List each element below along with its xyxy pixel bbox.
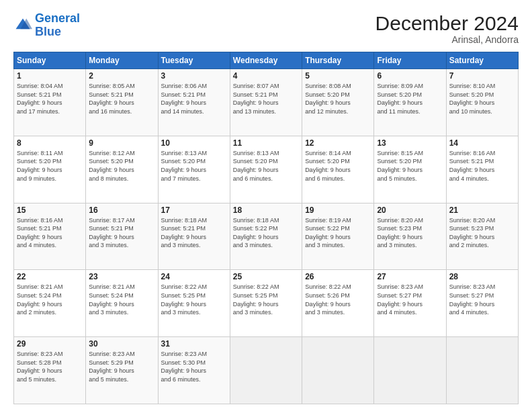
day-info: Sunrise: 8:23 AM Sunset: 5:30 PM Dayligh…	[161, 350, 227, 383]
day-info: Sunrise: 8:21 AM Sunset: 5:24 PM Dayligh…	[17, 283, 83, 316]
logo: General Blue	[13, 12, 80, 39]
calendar-week-5: 29Sunrise: 8:23 AM Sunset: 5:28 PM Dayli…	[14, 337, 519, 404]
logo-icon	[13, 16, 32, 35]
calendar-day: 6Sunrise: 8:09 AM Sunset: 5:20 PM Daylig…	[374, 69, 446, 136]
calendar-day: 25Sunrise: 8:22 AM Sunset: 5:25 PM Dayli…	[230, 270, 302, 337]
calendar-subtitle: Arinsal, Andorra	[375, 34, 519, 45]
col-thursday: Thursday	[302, 52, 374, 69]
calendar-day: 7Sunrise: 8:10 AM Sunset: 5:20 PM Daylig…	[446, 69, 518, 136]
day-number: 7	[449, 71, 515, 81]
calendar-day: 17Sunrise: 8:18 AM Sunset: 5:21 PM Dayli…	[158, 203, 230, 270]
calendar-day: 4Sunrise: 8:07 AM Sunset: 5:21 PM Daylig…	[230, 69, 302, 136]
calendar-week-4: 22Sunrise: 8:21 AM Sunset: 5:24 PM Dayli…	[14, 270, 519, 337]
calendar-day: 28Sunrise: 8:23 AM Sunset: 5:27 PM Dayli…	[446, 270, 518, 337]
day-info: Sunrise: 8:17 AM Sunset: 5:21 PM Dayligh…	[89, 216, 154, 250]
day-info: Sunrise: 8:09 AM Sunset: 5:20 PM Dayligh…	[377, 82, 443, 116]
calendar-day: 8Sunrise: 8:11 AM Sunset: 5:20 PM Daylig…	[14, 136, 86, 203]
day-info: Sunrise: 8:11 AM Sunset: 5:20 PM Dayligh…	[17, 149, 83, 183]
title-block: December 2024 Arinsal, Andorra	[375, 12, 519, 45]
calendar-day: 12Sunrise: 8:14 AM Sunset: 5:20 PM Dayli…	[302, 136, 374, 203]
day-info: Sunrise: 8:14 AM Sunset: 5:20 PM Dayligh…	[305, 149, 371, 183]
day-number: 8	[17, 138, 83, 148]
day-number: 23	[89, 272, 154, 281]
calendar-day: 15Sunrise: 8:16 AM Sunset: 5:21 PM Dayli…	[14, 203, 86, 270]
calendar-day: 13Sunrise: 8:15 AM Sunset: 5:20 PM Dayli…	[374, 136, 446, 203]
col-tuesday: Tuesday	[158, 52, 230, 69]
day-info: Sunrise: 8:20 AM Sunset: 5:23 PM Dayligh…	[377, 216, 443, 250]
calendar-week-2: 8Sunrise: 8:11 AM Sunset: 5:20 PM Daylig…	[14, 136, 519, 203]
day-info: Sunrise: 8:06 AM Sunset: 5:21 PM Dayligh…	[161, 82, 227, 116]
calendar-day: 27Sunrise: 8:23 AM Sunset: 5:27 PM Dayli…	[374, 270, 446, 337]
day-info: Sunrise: 8:22 AM Sunset: 5:25 PM Dayligh…	[233, 283, 299, 316]
day-number: 20	[377, 205, 443, 215]
calendar-day: 10Sunrise: 8:13 AM Sunset: 5:20 PM Dayli…	[158, 136, 230, 203]
day-number: 31	[161, 339, 227, 349]
calendar-day: 29Sunrise: 8:23 AM Sunset: 5:28 PM Dayli…	[14, 337, 86, 404]
calendar-day: 18Sunrise: 8:18 AM Sunset: 5:22 PM Dayli…	[230, 203, 302, 270]
day-info: Sunrise: 8:13 AM Sunset: 5:20 PM Dayligh…	[233, 149, 299, 183]
calendar-table: Sunday Monday Tuesday Wednesday Thursday…	[13, 52, 519, 404]
calendar-day: 22Sunrise: 8:21 AM Sunset: 5:24 PM Dayli…	[14, 270, 86, 337]
day-info: Sunrise: 8:23 AM Sunset: 5:28 PM Dayligh…	[17, 350, 83, 383]
day-info: Sunrise: 8:23 AM Sunset: 5:27 PM Dayligh…	[377, 283, 443, 316]
day-number: 19	[305, 205, 371, 215]
day-info: Sunrise: 8:13 AM Sunset: 5:20 PM Dayligh…	[161, 149, 227, 183]
day-info: Sunrise: 8:20 AM Sunset: 5:23 PM Dayligh…	[449, 216, 515, 250]
day-info: Sunrise: 8:22 AM Sunset: 5:26 PM Dayligh…	[305, 283, 371, 316]
calendar-day: 23Sunrise: 8:21 AM Sunset: 5:24 PM Dayli…	[86, 270, 158, 337]
day-number: 25	[233, 272, 299, 281]
calendar-day: 5Sunrise: 8:08 AM Sunset: 5:20 PM Daylig…	[302, 69, 374, 136]
calendar-day: 2Sunrise: 8:05 AM Sunset: 5:21 PM Daylig…	[86, 69, 158, 136]
col-sunday: Sunday	[14, 52, 86, 69]
calendar-day: 14Sunrise: 8:16 AM Sunset: 5:21 PM Dayli…	[446, 136, 518, 203]
day-info: Sunrise: 8:04 AM Sunset: 5:21 PM Dayligh…	[17, 82, 83, 116]
page: General Blue December 2024 Arinsal, Ando…	[0, 0, 532, 411]
col-saturday: Saturday	[446, 52, 518, 69]
day-number: 22	[17, 272, 83, 281]
day-number: 24	[161, 272, 227, 281]
day-number: 21	[449, 205, 515, 215]
day-info: Sunrise: 8:07 AM Sunset: 5:21 PM Dayligh…	[233, 82, 299, 116]
calendar-day: 26Sunrise: 8:22 AM Sunset: 5:26 PM Dayli…	[302, 270, 374, 337]
col-monday: Monday	[86, 52, 158, 69]
day-number: 3	[161, 71, 227, 81]
day-number: 10	[161, 138, 227, 148]
day-number: 14	[449, 138, 515, 148]
calendar-week-1: 1Sunrise: 8:04 AM Sunset: 5:21 PM Daylig…	[14, 69, 519, 136]
calendar-title: December 2024	[375, 12, 519, 34]
logo-general: General	[35, 11, 80, 25]
logo-text: General Blue	[35, 12, 80, 39]
day-number: 6	[377, 71, 443, 81]
logo-blue: Blue	[35, 25, 61, 38]
day-info: Sunrise: 8:18 AM Sunset: 5:22 PM Dayligh…	[233, 216, 299, 250]
calendar-day: 30Sunrise: 8:23 AM Sunset: 5:29 PM Dayli…	[86, 337, 158, 404]
day-number: 12	[305, 138, 371, 148]
calendar-week-3: 15Sunrise: 8:16 AM Sunset: 5:21 PM Dayli…	[14, 203, 519, 270]
day-info: Sunrise: 8:21 AM Sunset: 5:24 PM Dayligh…	[89, 283, 154, 316]
col-wednesday: Wednesday	[230, 52, 302, 69]
day-number: 1	[17, 71, 83, 81]
calendar-day: 16Sunrise: 8:17 AM Sunset: 5:21 PM Dayli…	[86, 203, 158, 270]
day-info: Sunrise: 8:19 AM Sunset: 5:22 PM Dayligh…	[305, 216, 371, 250]
day-number: 5	[305, 71, 371, 81]
day-info: Sunrise: 8:18 AM Sunset: 5:21 PM Dayligh…	[161, 216, 227, 250]
day-number: 2	[89, 71, 154, 81]
calendar-day	[230, 337, 302, 404]
calendar-day: 1Sunrise: 8:04 AM Sunset: 5:21 PM Daylig…	[14, 69, 86, 136]
day-number: 15	[17, 205, 83, 215]
day-info: Sunrise: 8:12 AM Sunset: 5:20 PM Dayligh…	[89, 149, 154, 183]
day-number: 26	[305, 272, 371, 281]
day-number: 27	[377, 272, 443, 281]
day-number: 16	[89, 205, 154, 215]
day-info: Sunrise: 8:08 AM Sunset: 5:20 PM Dayligh…	[305, 82, 371, 116]
day-info: Sunrise: 8:15 AM Sunset: 5:20 PM Dayligh…	[377, 149, 443, 183]
calendar-day	[302, 337, 374, 404]
day-number: 28	[449, 272, 515, 281]
day-number: 11	[233, 138, 299, 148]
day-number: 29	[17, 339, 83, 349]
calendar-day: 21Sunrise: 8:20 AM Sunset: 5:23 PM Dayli…	[446, 203, 518, 270]
calendar-day: 24Sunrise: 8:22 AM Sunset: 5:25 PM Dayli…	[158, 270, 230, 337]
day-info: Sunrise: 8:16 AM Sunset: 5:21 PM Dayligh…	[449, 149, 515, 183]
day-info: Sunrise: 8:10 AM Sunset: 5:20 PM Dayligh…	[449, 82, 515, 116]
day-number: 18	[233, 205, 299, 215]
